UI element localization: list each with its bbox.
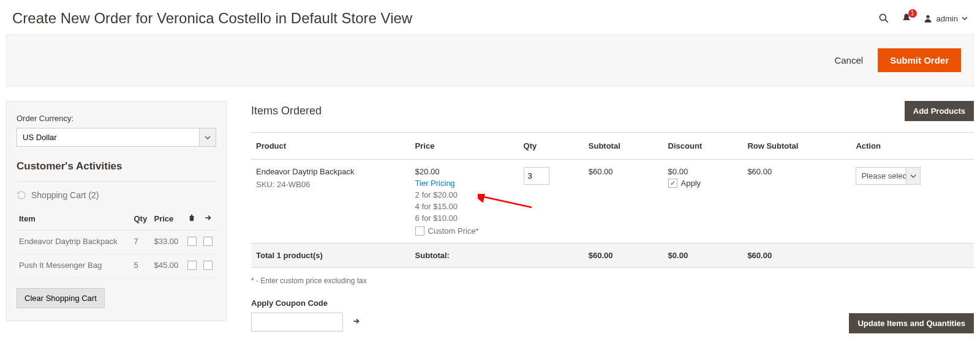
item-subtotal: $60.00 [584,160,663,243]
qty-input[interactable] [524,167,549,185]
svg-point-0 [880,14,886,20]
cart-item-name: Endeavor Daytrip Backpack [17,231,131,254]
col-discount: Discount [663,133,743,160]
col-price: Price [410,133,519,160]
cart-item-qty: 5 [131,254,151,278]
custom-price-footnote: * - Enter custom price excluding tax [251,276,974,285]
totals-subtotal: $60.00 [584,243,663,268]
notifications-icon[interactable]: 1 [901,13,912,24]
tier-line: 6 for $10.00 [415,213,514,223]
svg-line-1 [885,20,888,23]
refresh-icon[interactable] [17,190,26,200]
cart-move-checkbox[interactable] [203,261,213,270]
custom-price-label: Custom Price* [428,226,479,236]
cancel-button[interactable]: Cancel [831,54,867,66]
items-ordered-title: Items Ordered [251,105,322,117]
item-row-subtotal: $60.00 [742,160,851,243]
cart-row: Endeavor Daytrip Backpack 7 $33.00 [17,231,216,254]
apply-discount-checkbox[interactable] [668,179,677,188]
search-icon[interactable] [878,12,890,24]
col-item: Item [17,209,131,231]
cart-move-checkbox[interactable] [203,237,213,246]
sku-label: SKU: [256,180,274,189]
item-discount: $0.00 [668,167,738,176]
customer-activities-title: Customer's Activities [17,160,216,172]
tier-line: 2 for $20.00 [415,190,514,199]
submit-order-button[interactable]: Submit Order [878,48,961,72]
svg-point-2 [926,15,929,18]
add-products-button[interactable]: Add Products [905,101,974,121]
notifications-badge: 1 [908,9,917,18]
coupon-label: Apply Coupon Code [251,299,974,308]
totals-label: Total 1 product(s) [251,243,410,268]
divider [17,181,216,182]
item-name: Endeavor Daytrip Backpack [256,167,405,176]
col-action: Action [851,133,974,160]
cart-item-qty: 7 [131,231,151,254]
col-qty: Qty [519,133,584,160]
cart-item-price: $45.00 [151,254,184,278]
cart-delete-checkbox[interactable] [187,237,197,246]
page-title: Create New Order for Veronica Costello i… [12,10,412,27]
admin-user-menu[interactable]: admin [923,13,968,23]
chevron-down-icon [962,15,968,21]
arrow-right-icon [203,213,213,222]
row-action-value: Please select [856,167,906,185]
chevron-down-icon[interactable] [199,128,216,147]
totals-row-subtotal: $60.00 [742,243,851,268]
chevron-down-icon[interactable] [906,167,921,185]
update-items-button[interactable]: Update Items and Quantities [849,313,974,333]
currency-select[interactable] [17,128,216,147]
sidebar: Order Currency: Customer's Activities Sh… [6,101,227,321]
col-product: Product [251,133,410,160]
apply-discount-label: Apply [681,179,701,188]
totals-subtotal-label: Subtotal: [410,243,519,268]
main: Items Ordered Add Products Product Price… [251,101,974,333]
items-table: Product Price Qty Subtotal Discount Row … [251,132,974,268]
totals-discount: $0.00 [663,243,743,268]
trash-icon [187,213,196,222]
tier-line: 4 for $15.00 [415,202,514,211]
cart-item-price: $33.00 [151,231,184,254]
col-price: Price [151,209,184,231]
item-price: $20.00 [415,167,514,176]
row-action-select[interactable]: Please select [856,167,969,185]
currency-label: Order Currency: [17,114,216,123]
currency-value[interactable] [17,128,199,147]
cart-row: Push It Messenger Bag 5 $45.00 [17,254,216,278]
custom-price-checkbox[interactable] [415,226,424,236]
apply-coupon-button[interactable] [352,317,361,327]
cart-table: Item Qty Price Endeavor Daytrip Backpack… [17,209,216,278]
clear-cart-button[interactable]: Clear Shopping Cart [17,288,105,308]
item-sku: 24-WB06 [277,180,310,189]
user-icon [923,13,933,23]
item-row: Endeavor Daytrip Backpack SKU: 24-WB06 $… [251,160,974,243]
cart-item-name: Push It Messenger Bag [17,254,131,278]
col-qty: Qty [131,209,151,231]
totals-row: Total 1 product(s) Subtotal: $60.00 $0.0… [251,243,974,268]
admin-user-label: admin [937,14,958,23]
cart-delete-checkbox[interactable] [187,261,197,270]
action-bar: Cancel Submit Order [6,34,974,86]
col-row-subtotal: Row Subtotal [742,133,851,160]
tier-pricing-link[interactable]: Tier Pricing [415,179,455,188]
arrow-right-icon [352,317,361,325]
col-delete [184,209,200,231]
coupon-input[interactable] [251,313,343,332]
col-move [200,209,216,231]
col-subtotal: Subtotal [584,133,663,160]
cart-title: Shopping Cart (2) [31,190,99,200]
